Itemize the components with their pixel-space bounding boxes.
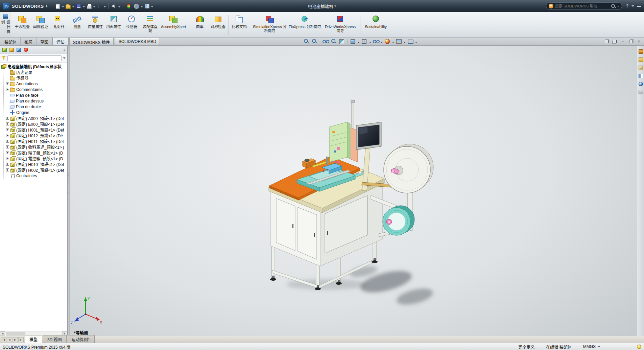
tab-sw-addins[interactable]: SOLIDWORKS 插件 [69,38,114,45]
chevron-down-icon[interactable] [93,6,95,8]
filter-funnel-icon[interactable] [2,56,6,61]
chevron-down-icon[interactable] [151,6,153,8]
chevron-down-icon[interactable] [62,6,64,8]
scrollbar-thumb[interactable] [6,332,25,335]
doc-tab-model[interactable]: 模型 [25,335,42,343]
expander-icon[interactable] [6,88,9,91]
chevron-down-icon[interactable] [631,5,634,8]
rebuild-icon[interactable] [125,3,132,9]
help-button[interactable]: ? [626,4,628,8]
new-document-icon[interactable] [54,3,61,9]
display-style-icon[interactable] [361,38,368,44]
solidworks-resources-icon[interactable] [638,49,643,54]
feature-manager-icon[interactable] [2,47,7,52]
tree-item-component-h012[interactable]: (固定) H012_預設<1> (Dé [0,133,67,138]
model-3d-view[interactable]: Y X Z [70,46,644,336]
new-window-icon[interactable] [603,39,610,44]
tab-evaluate[interactable]: 评估 [52,38,69,45]
teal-reel[interactable] [383,206,414,235]
expander-icon[interactable] [6,140,9,143]
expander-icon[interactable] [6,168,9,171]
options-gear-icon[interactable] [133,3,140,9]
tree-item-component-e000[interactable]: (固定) E000_預設<1> (Déf [0,121,67,127]
view-orientation-icon[interactable] [350,38,356,44]
restore-window-icon[interactable] [627,39,634,44]
expander-icon[interactable] [6,145,9,148]
chevron-down-icon[interactable] [358,42,360,44]
expander-icon[interactable] [6,151,9,154]
doc-tab-motion-study[interactable]: 运动算例1 [67,335,95,343]
select-cursor-icon[interactable] [111,3,118,9]
minimize-icon[interactable] [637,6,641,7]
apply-scene-icon[interactable] [396,38,402,44]
view-palette-icon[interactable] [638,73,643,78]
section-properties-button[interactable]: 剖面属性 [104,14,123,37]
panel-splitter[interactable] [68,46,70,336]
tree-item-component-reel[interactable]: (固定) 端子盤_預設<1> (D [0,150,67,156]
chevron-down-icon[interactable] [404,42,406,44]
tree-item-history[interactable]: 历史记录 [0,69,67,75]
hole-alignment-button[interactable]: 孔对齐 [50,14,68,37]
tab-assembly[interactable]: 装配体 [1,38,21,45]
chevron-down-icon[interactable] [63,57,66,60]
design-study-side-tab[interactable]: 设计算例 [0,12,11,37]
last-tab-icon[interactable]: ▶| [18,337,24,342]
zoom-to-selection-icon[interactable] [322,38,329,44]
scroll-left-icon[interactable]: ◀ [0,331,5,336]
expander-icon[interactable] [6,134,9,137]
chevron-down-icon[interactable] [392,42,394,44]
display-manager-icon[interactable] [23,47,29,52]
panel-expand-chevron[interactable]: » [64,48,66,52]
section-view-icon[interactable] [338,38,345,44]
file-explorer-icon[interactable] [638,65,643,70]
tab-sw-mbd[interactable]: SOLIDWORKS MBD [115,38,160,45]
mass-properties-button[interactable]: 质量属性 [86,14,104,37]
tree-item-mates[interactable]: Contraintes [0,173,67,179]
chevron-down-icon[interactable] [72,6,74,8]
expander-icon[interactable] [6,117,9,120]
quick-tips-icon[interactable] [637,345,641,349]
first-tab-icon[interactable]: |◀ [1,337,6,342]
interference-check-button[interactable]: 干涉检查 [13,14,31,37]
minimize-window-icon[interactable]: – [619,39,626,44]
tab-sketch[interactable]: 草图 [37,38,52,45]
zoom-fit-icon[interactable] [303,38,310,44]
tree-item-component-h002[interactable]: (固定) H002_預設<1> (Déf [0,167,67,173]
assemblyxpert-button[interactable]: AssemblyXpert [159,14,188,37]
splitter-grip[interactable] [68,173,69,193]
chevron-right-icon[interactable] [46,5,49,7]
view-settings-icon[interactable] [407,38,414,44]
status-units[interactable]: MMGS [583,344,596,349]
expander-icon[interactable] [6,122,9,125]
search-input[interactable] [555,4,607,8]
tree-item-sensors[interactable]: 传感器 [0,75,67,81]
simulationxpress-button[interactable]: SimulationXpress 分析向导 [252,14,288,37]
help-search-box[interactable]: ? [546,2,622,10]
configuration-manager-icon[interactable] [16,47,22,52]
chevron-down-icon[interactable] [83,6,85,8]
hide-show-items-icon[interactable] [373,38,379,44]
cascade-windows-icon[interactable] [611,39,618,44]
floxpress-button[interactable]: FloXpress 分析向导 [288,14,322,37]
print-icon[interactable] [86,3,93,9]
tree-item-component-h011[interactable]: (固定) H011_預設<1> (Déf [0,138,67,144]
expander-icon[interactable] [6,82,9,85]
big-reel[interactable] [384,144,433,193]
undo-icon[interactable] [96,3,103,9]
property-manager-icon[interactable] [9,47,15,52]
expander-icon[interactable] [6,157,9,160]
graphics-viewport[interactable]: Y X Z *等轴测 [70,46,644,336]
tree-item-comments[interactable]: Commentaires [0,87,67,92]
orientation-triad[interactable]: Y X Z [71,297,102,325]
chevron-down-icon[interactable] [118,6,120,8]
save-icon[interactable] [75,3,82,9]
expander-icon[interactable] [6,163,9,166]
expander-icon[interactable] [6,128,9,131]
compare-documents-button[interactable]: 比较文档 [230,14,248,37]
close-window-icon[interactable]: × [636,39,642,44]
tree-item-plane-front[interactable]: Plan de face [0,92,67,98]
driveworksxpress-button[interactable]: DriveWorksXpress 向导 [322,14,359,37]
chevron-down-icon[interactable] [598,346,600,349]
open-icon[interactable] [65,3,72,9]
symmetry-check-button[interactable]: 对称检查 [209,14,227,37]
